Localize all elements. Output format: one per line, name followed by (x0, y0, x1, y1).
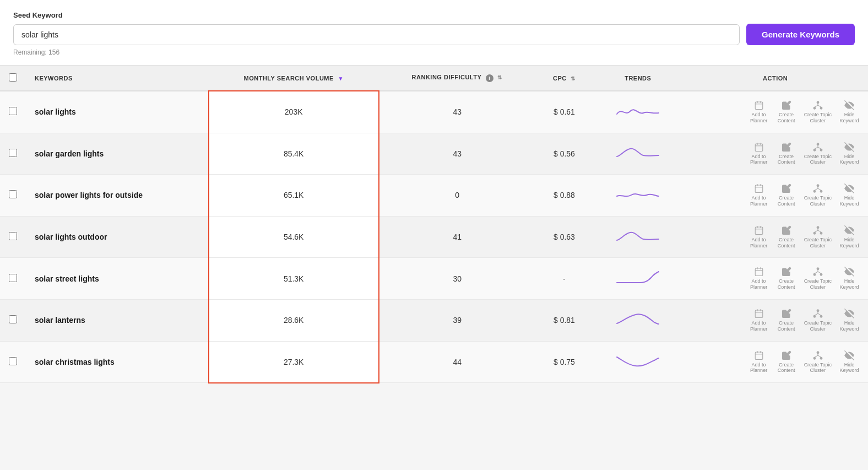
keyword-cell: solar christmas lights (26, 341, 209, 383)
add-to-planner-button[interactable]: Add toPlanner (749, 350, 769, 374)
trend-cell (593, 133, 682, 175)
add-to-planner-button[interactable]: Add toPlanner (749, 100, 769, 124)
svg-rect-33 (755, 227, 763, 235)
add-to-planner-button[interactable]: Add toPlanner (749, 225, 769, 249)
row-checkbox-cell[interactable] (0, 299, 26, 341)
row-checkbox-cell[interactable] (0, 216, 26, 258)
hide-keyword-button[interactable]: HideKeyword (839, 183, 859, 207)
create-content-button[interactable]: CreateContent (777, 183, 796, 207)
seed-keyword-label: Seed Keyword (13, 11, 855, 19)
keywords-table-container: KEYWORDS MONTHLY SEARCH VOLUME ▼ RANKING… (0, 66, 868, 383)
select-all-checkbox[interactable] (9, 73, 17, 82)
keyword-cell: solar lights (26, 91, 209, 133)
svg-point-4 (817, 101, 819, 104)
action-icons: Add toPlanner CreateContent Create Topic… (691, 225, 859, 249)
header-cpc[interactable]: CPC ⇅ (535, 66, 593, 91)
difficulty-cell: 39 (379, 299, 535, 341)
svg-point-15 (817, 143, 819, 145)
generate-keywords-button[interactable]: Generate Keywords (746, 24, 855, 45)
svg-point-26 (817, 185, 819, 187)
add-to-planner-button[interactable]: Add toPlanner (749, 267, 769, 290)
create-topic-cluster-button[interactable]: Create TopicCluster (804, 183, 832, 207)
hide-keyword-button[interactable]: HideKeyword (839, 309, 859, 332)
hide-keyword-button[interactable]: HideKeyword (839, 142, 859, 166)
create-topic-cluster-button[interactable]: Create TopicCluster (804, 142, 832, 166)
action-cell: Add toPlanner CreateContent Create Topic… (682, 258, 868, 300)
svg-rect-22 (755, 185, 763, 193)
row-checkbox[interactable] (9, 190, 17, 198)
create-topic-cluster-button[interactable]: Create TopicCluster (804, 267, 832, 290)
cpc-cell: $ 0.88 (535, 175, 593, 217)
svg-point-5 (813, 107, 816, 109)
difficulty-cell: 43 (379, 91, 535, 133)
svg-point-48 (817, 268, 819, 270)
hide-keyword-button[interactable]: HideKeyword (839, 225, 859, 249)
table-row: solar lanterns 28.6K 39 $ 0.81 Add toPla… (0, 299, 868, 341)
add-to-planner-button[interactable]: Add toPlanner (749, 142, 769, 166)
svg-rect-55 (755, 310, 763, 318)
trend-cell (593, 216, 682, 258)
row-checkbox-cell[interactable] (0, 175, 26, 217)
create-topic-cluster-button[interactable]: Create TopicCluster (804, 225, 832, 249)
action-icons: Add toPlanner CreateContent Create Topic… (691, 183, 859, 207)
svg-rect-11 (755, 144, 763, 152)
create-content-button[interactable]: CreateContent (777, 309, 796, 332)
trend-cell (593, 91, 682, 133)
cpc-cell: $ 0.81 (535, 299, 593, 341)
row-checkbox[interactable] (9, 315, 17, 323)
header-action: ACTION (682, 66, 868, 91)
table-row: solar power lights for outside 65.1K 0 $… (0, 175, 868, 217)
header-checkbox-cell[interactable] (0, 66, 26, 91)
svg-point-16 (813, 149, 816, 151)
row-checkbox[interactable] (9, 232, 17, 240)
difficulty-cell: 44 (379, 341, 535, 383)
svg-line-30 (815, 188, 818, 190)
create-topic-cluster-button[interactable]: Create TopicCluster (804, 309, 832, 332)
row-checkbox[interactable] (9, 149, 17, 157)
svg-line-41 (815, 230, 818, 232)
hide-keyword-button[interactable]: HideKeyword (839, 350, 859, 374)
svg-line-74 (815, 355, 818, 357)
hide-keyword-button[interactable]: HideKeyword (839, 100, 859, 124)
svg-point-37 (817, 226, 819, 229)
header-keywords: KEYWORDS (26, 66, 209, 91)
create-content-button[interactable]: CreateContent (777, 350, 796, 374)
action-icons: Add toPlanner CreateContent Create Topic… (691, 309, 859, 332)
header-difficulty[interactable]: RANKING DIFFICULTY i ⇅ (379, 66, 535, 91)
row-checkbox[interactable] (9, 357, 17, 365)
keyword-cell: solar garden lights (26, 133, 209, 175)
create-topic-cluster-button[interactable]: Create TopicCluster (804, 350, 832, 374)
create-content-button[interactable]: CreateContent (777, 267, 796, 290)
svg-rect-44 (755, 268, 763, 276)
create-topic-cluster-button[interactable]: Create TopicCluster (804, 100, 832, 124)
row-checkbox[interactable] (9, 107, 17, 115)
row-checkbox-cell[interactable] (0, 91, 26, 133)
add-to-planner-button[interactable]: Add toPlanner (749, 309, 769, 332)
svg-point-72 (820, 357, 822, 359)
row-checkbox[interactable] (9, 274, 17, 282)
add-to-planner-button[interactable]: Add toPlanner (749, 183, 769, 207)
svg-line-64 (818, 314, 821, 315)
create-content-button[interactable]: CreateContent (777, 142, 796, 166)
table-body: solar lights 203K 43 $ 0.61 Add toPlanne… (0, 91, 868, 383)
action-cell: Add toPlanner CreateContent Create Topic… (682, 91, 868, 133)
volume-sort-icon: ▼ (338, 75, 343, 82)
trend-cell (593, 175, 682, 217)
row-checkbox-cell[interactable] (0, 133, 26, 175)
table-row: solar lights outdoor 54.6K 41 $ 0.63 Add… (0, 216, 868, 258)
seed-keyword-input[interactable] (13, 24, 740, 45)
cpc-cell: $ 0.75 (535, 341, 593, 383)
row-checkbox-cell[interactable] (0, 341, 26, 383)
hide-keyword-button[interactable]: HideKeyword (839, 267, 859, 290)
create-content-button[interactable]: CreateContent (777, 225, 796, 249)
svg-line-52 (815, 272, 818, 273)
create-content-button[interactable]: CreateContent (777, 100, 796, 124)
row-checkbox-cell[interactable] (0, 258, 26, 300)
table-header-row: KEYWORDS MONTHLY SEARCH VOLUME ▼ RANKING… (0, 66, 868, 91)
table-row: solar christmas lights 27.3K 44 $ 0.75 A… (0, 341, 868, 383)
svg-point-28 (820, 191, 822, 193)
header-volume[interactable]: MONTHLY SEARCH VOLUME ▼ (209, 66, 379, 91)
action-cell: Add toPlanner CreateContent Create Topic… (682, 175, 868, 217)
svg-point-60 (813, 315, 816, 317)
svg-point-38 (813, 232, 816, 234)
